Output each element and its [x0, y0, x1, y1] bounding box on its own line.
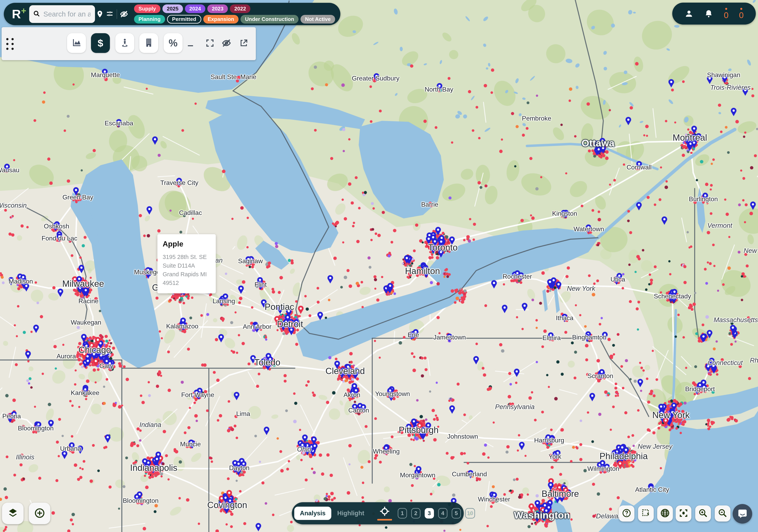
zoom-in-button[interactable] [695, 506, 711, 521]
fullscreen-button[interactable] [203, 33, 217, 53]
user-account-icon[interactable] [684, 9, 694, 18]
search-input[interactable] [43, 10, 91, 18]
filter-badge-not-active[interactable]: Not Active [300, 15, 335, 23]
app-logo[interactable]: R+ [12, 8, 26, 20]
filter-badge-2022[interactable]: 2022 [230, 4, 250, 13]
radius-target-button[interactable] [377, 506, 392, 520]
counter-badge[interactable]: 0 [724, 8, 728, 19]
radius-chip-5[interactable]: 5 [452, 508, 461, 518]
filter-badges: Supply2025202420232022 PlanningPermitted… [134, 4, 335, 23]
filter-badge-row: Supply2025202420232022 [134, 4, 335, 13]
active-tool-underline [377, 519, 392, 520]
hide-filters-eye-off-button[interactable] [119, 7, 129, 21]
dollar-tool-button[interactable]: $ [91, 33, 110, 53]
tooltip-address-line: Suite D114A [163, 261, 211, 270]
location-tooltip: Apple 3195 28th St. SE Suite D114A Grand… [157, 234, 216, 293]
filter-badge-2023[interactable]: 2023 [207, 4, 228, 13]
counter-value: 0 [739, 11, 744, 19]
tooltip-address-line: 3195 28th St. SE [163, 253, 211, 261]
area-select-button[interactable] [638, 506, 654, 521]
filter-badge-2025[interactable]: 2025 [162, 4, 183, 13]
hide-panel-eye-off-button[interactable] [220, 33, 233, 53]
plus-circle-icon [34, 508, 45, 519]
radius-chip-4[interactable]: 4 [438, 508, 447, 518]
globe-button[interactable] [657, 506, 673, 521]
zoom-out-button[interactable] [715, 506, 730, 521]
tooltip-title: Apple [163, 240, 211, 248]
street-view-tool-button[interactable] [115, 33, 134, 53]
radius-chip-3[interactable]: 3 [425, 508, 434, 518]
add-location-button[interactable] [29, 503, 50, 524]
chat-bubble-icon [737, 508, 748, 519]
chat-support-button[interactable] [733, 504, 752, 523]
counter-dot-icon [740, 8, 742, 10]
street-view-person-icon [120, 38, 130, 49]
zoom-out-icon [718, 508, 727, 519]
globe-icon [660, 508, 670, 519]
notifications-bell-icon[interactable] [704, 9, 713, 18]
filter-badge-under-construction[interactable]: Under Construction [241, 15, 298, 23]
layers-button[interactable] [2, 503, 23, 524]
analysis-mode-bar: Analysis Highlight 1234510 [292, 502, 464, 524]
open-external-button[interactable] [237, 33, 251, 53]
radius-options: 1234510 [398, 508, 475, 518]
search-box[interactable] [29, 5, 95, 23]
filter-badge-supply[interactable]: Supply [134, 4, 160, 13]
layers-icon [7, 507, 19, 520]
focus-icon [679, 508, 688, 519]
analysis-tab[interactable]: Analysis [294, 507, 331, 520]
search-icon [33, 10, 40, 18]
filter-badge-planning[interactable]: Planning [134, 15, 165, 23]
help-button[interactable] [619, 506, 635, 521]
area-chart-icon [71, 37, 82, 49]
radius-chip-1[interactable]: 1 [398, 508, 407, 518]
chart-tool-button[interactable] [67, 33, 86, 53]
analysis-tool-panel: $ % [2, 27, 256, 60]
filter-badge-row: PlanningPermittedExpansionUnder Construc… [134, 15, 335, 23]
radius-chip-10[interactable]: 10 [465, 508, 475, 518]
account-pill: 0 0 [672, 3, 756, 24]
map-application: MarquetteSault Ste. MarieGreater Sudbury… [0, 0, 758, 532]
radius-chip-2[interactable]: 2 [411, 508, 421, 518]
percent-icon: % [169, 37, 178, 49]
counter-dot-icon [725, 8, 727, 10]
zoom-in-icon [698, 508, 708, 519]
crosshair-icon [379, 506, 390, 517]
filters-sliders-button[interactable] [105, 7, 115, 21]
logo-plus-icon: + [21, 6, 26, 16]
help-icon [622, 508, 632, 519]
counter-value: 0 [724, 11, 728, 19]
tooltip-address-line: 49512 [163, 279, 211, 287]
selection-box-icon [641, 508, 651, 519]
building-tool-button[interactable] [139, 33, 158, 53]
map-canvas[interactable] [0, 0, 758, 532]
tooltip-address-line: Grand Rapids MI [163, 270, 211, 279]
highlight-tab[interactable]: Highlight [331, 510, 370, 517]
location-pin-button[interactable] [95, 7, 105, 21]
filter-badge-expansion[interactable]: Expansion [203, 15, 238, 23]
dollar-icon: $ [98, 37, 103, 49]
percent-tool-button[interactable]: % [164, 33, 183, 53]
building-icon [144, 38, 154, 48]
center-focus-button[interactable] [676, 506, 691, 521]
top-header-bar: R+ Supply2025202420232022 PlanningPermit… [4, 3, 340, 25]
counter-badge[interactable]: 0 [739, 8, 744, 19]
panel-drag-handle[interactable] [5, 37, 15, 50]
minimize-panel-button[interactable] [184, 33, 198, 53]
filter-badge-permitted[interactable]: Permitted [167, 15, 201, 23]
filter-badge-2024[interactable]: 2024 [185, 4, 205, 13]
